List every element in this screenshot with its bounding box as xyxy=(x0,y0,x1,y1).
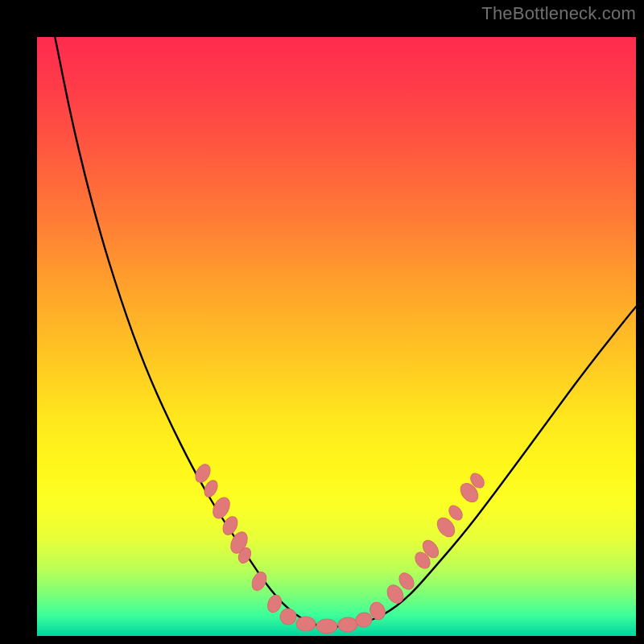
curve-marker xyxy=(250,570,270,593)
curve-marker xyxy=(265,593,283,614)
chart-svg xyxy=(37,37,636,636)
curve-marker xyxy=(446,503,464,522)
curve-marker xyxy=(316,619,337,634)
watermark-text: TheBottleneck.com xyxy=(481,3,636,24)
curve-marker xyxy=(296,616,316,631)
curve-marker xyxy=(337,617,357,633)
plot-area xyxy=(37,37,636,636)
curve-marker xyxy=(279,607,297,625)
marker-group xyxy=(192,462,486,634)
bottleneck-curve xyxy=(55,37,636,627)
chart-stage: TheBottleneck.com xyxy=(0,0,644,644)
